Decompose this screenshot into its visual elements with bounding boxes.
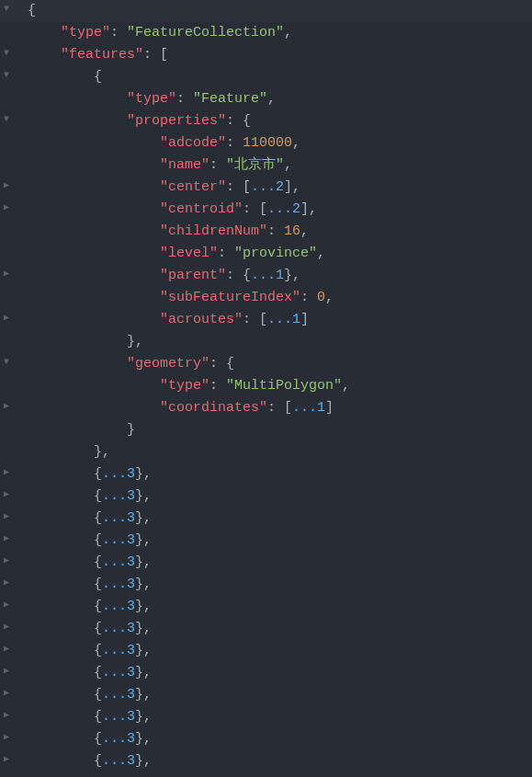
json-key: "properties" (127, 113, 226, 129)
fold-summary[interactable]: ...3 (102, 665, 135, 680)
code-line[interactable]: }, (28, 331, 532, 353)
json-key: "level" (160, 246, 218, 261)
code-line[interactable]: "subFeatureIndex": 0, (28, 287, 532, 309)
fold-summary[interactable]: ...3 (102, 643, 135, 658)
code-line[interactable]: "parent": {...1}, (28, 265, 532, 287)
fold-summary[interactable]: ...1 (267, 312, 300, 327)
code-line[interactable]: "name": "北京市", (28, 154, 532, 177)
fold-summary[interactable]: ...2 (251, 179, 284, 195)
code-line[interactable]: { (28, 0, 532, 22)
json-number: 0 (317, 290, 325, 305)
fold-summary[interactable]: ...3 (102, 488, 135, 504)
code-line[interactable]: "properties": { (28, 110, 532, 132)
json-key: "center" (160, 179, 226, 195)
code-line[interactable]: {...3}, (28, 596, 532, 618)
fold-summary[interactable]: ...3 (102, 753, 135, 769)
json-string: "Feature" (193, 91, 267, 107)
fold-summary[interactable]: ...3 (102, 510, 135, 526)
code-line[interactable]: "features": [ (28, 44, 532, 66)
code-line[interactable]: {...3}, (28, 552, 532, 574)
json-number: 16 (284, 223, 300, 239)
json-key: "geometry" (127, 356, 209, 371)
fold-summary[interactable]: ...3 (102, 599, 135, 614)
code-line[interactable]: {...3}, (28, 530, 532, 552)
code-line[interactable]: "type": "Feature", (28, 88, 532, 110)
json-key: "parent" (160, 268, 226, 283)
code-line[interactable]: "level": "province", (28, 243, 532, 265)
code-line[interactable]: {...3}, (28, 486, 532, 508)
code-line[interactable]: {...3}, (28, 684, 532, 706)
code-editor[interactable]: { "type": "FeatureCollection", "features… (0, 0, 532, 772)
json-key: "type" (61, 25, 110, 40)
json-string: "北京市" (226, 157, 284, 173)
fold-summary[interactable]: ...2 (267, 201, 300, 217)
brace-open: { (28, 3, 36, 18)
code-line[interactable]: "center": [...2], (28, 177, 532, 199)
code-line[interactable]: "type": "MultiPolygon", (28, 375, 532, 397)
code-line[interactable]: "childrenNum": 16, (28, 221, 532, 243)
json-key: "coordinates" (160, 400, 267, 416)
code-line[interactable]: {...3}, (28, 463, 532, 486)
code-line[interactable]: {...3}, (28, 574, 532, 596)
fold-summary[interactable]: ...3 (102, 532, 135, 548)
fold-summary[interactable]: ...3 (102, 577, 135, 592)
json-key: "name" (160, 157, 209, 173)
code-line[interactable]: "centroid": [...2], (28, 199, 532, 221)
fold-summary[interactable]: ...3 (102, 554, 135, 570)
fold-summary[interactable]: ...1 (292, 400, 325, 416)
code-line[interactable]: "acroutes": [...1] (28, 309, 532, 331)
fold-summary[interactable]: ...3 (102, 687, 135, 703)
code-line[interactable]: "geometry": { (28, 353, 532, 375)
json-number: 110000 (243, 135, 292, 151)
json-string: "province" (234, 246, 317, 261)
json-key: "type" (127, 91, 176, 107)
json-key: "adcode" (160, 135, 226, 151)
json-key: "features" (61, 47, 143, 63)
json-key: "acroutes" (160, 312, 243, 327)
code-line[interactable]: }, (28, 441, 532, 463)
json-key: "centroid" (160, 201, 243, 217)
fold-summary[interactable]: ...3 (102, 466, 135, 482)
code-line[interactable]: {...3}, (28, 662, 532, 684)
fold-summary[interactable]: ...3 (102, 621, 135, 636)
code-line[interactable]: {...3}, (28, 640, 532, 662)
code-line[interactable]: "type": "FeatureCollection", (28, 22, 532, 44)
json-key: "type" (160, 378, 209, 394)
json-string: "MultiPolygon" (226, 378, 342, 394)
fold-summary[interactable]: ...3 (102, 731, 135, 747)
code-line[interactable]: "adcode": 110000, (28, 132, 532, 154)
code-line[interactable]: {...3}, (28, 618, 532, 640)
code-line[interactable]: {...3}, (28, 508, 532, 530)
json-key: "subFeatureIndex" (160, 290, 300, 305)
code-line[interactable]: { (28, 66, 532, 88)
code-line[interactable]: {...3}, (28, 706, 532, 728)
fold-summary[interactable]: ...1 (251, 268, 284, 283)
code-line[interactable]: "coordinates": [...1] (28, 397, 532, 419)
fold-summary[interactable]: ...3 (102, 709, 135, 725)
json-string: "FeatureCollection" (127, 25, 284, 40)
code-line[interactable]: {...3}, (28, 750, 532, 772)
code-line[interactable]: } (28, 419, 532, 441)
code-line[interactable]: {...3}, (28, 728, 532, 750)
json-key: "childrenNum" (160, 223, 267, 239)
